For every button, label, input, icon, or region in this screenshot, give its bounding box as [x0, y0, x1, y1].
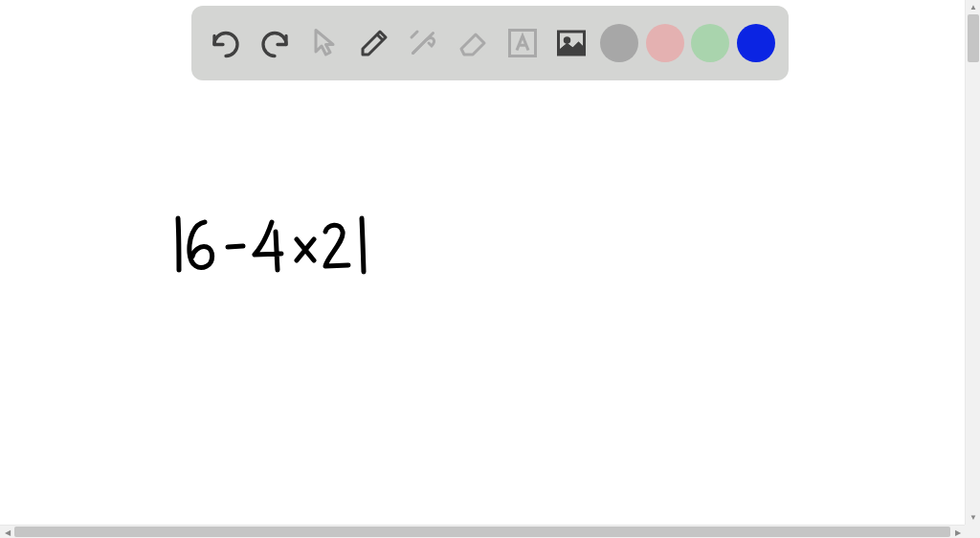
text-button[interactable]: [501, 22, 544, 64]
undo-icon: [209, 26, 243, 60]
image-icon: [554, 26, 589, 60]
tools-icon: [406, 26, 440, 60]
horizontal-scrollbar[interactable]: ◀ ▶: [0, 525, 965, 538]
pointer-button[interactable]: [303, 22, 345, 64]
vertical-scroll-thumb[interactable]: [968, 14, 979, 62]
scroll-down-arrow[interactable]: ▼: [966, 510, 980, 525]
horizontal-scroll-thumb[interactable]: [14, 527, 950, 537]
drawing-toolbar: [191, 6, 789, 80]
vertical-scrollbar[interactable]: ▲ ▼: [965, 0, 980, 525]
color-gray[interactable]: [600, 24, 638, 62]
scroll-up-arrow[interactable]: ▲: [966, 0, 980, 14]
undo-button[interactable]: [205, 22, 247, 64]
redo-button[interactable]: [254, 22, 296, 64]
tools-button[interactable]: [402, 22, 444, 64]
pointer-icon: [307, 26, 342, 60]
scroll-right-arrow[interactable]: ▶: [950, 526, 965, 538]
eraser-icon: [456, 26, 490, 60]
redo-icon: [257, 26, 292, 60]
svg-point-2: [566, 38, 570, 43]
eraser-button[interactable]: [452, 22, 494, 64]
color-blue[interactable]: [737, 24, 775, 62]
pencil-button[interactable]: [353, 22, 395, 64]
image-button[interactable]: [550, 22, 592, 64]
scrollbar-corner: [965, 525, 980, 538]
pencil-icon: [357, 26, 391, 60]
scroll-left-arrow[interactable]: ◀: [0, 526, 14, 538]
text-icon: [505, 26, 540, 60]
color-green[interactable]: [691, 24, 729, 62]
color-pink[interactable]: [646, 24, 684, 62]
drawing-canvas[interactable]: [0, 86, 965, 525]
handwritten-math: [172, 211, 373, 291]
